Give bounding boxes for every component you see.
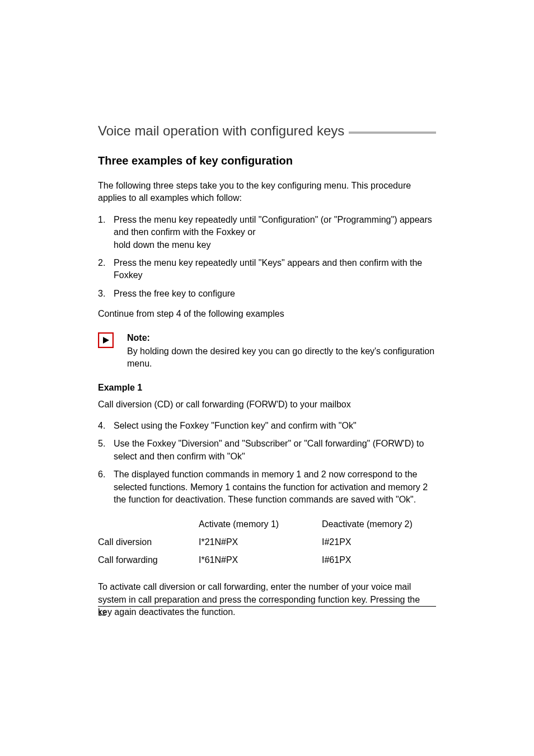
- step-number: 4.: [98, 420, 114, 432]
- list-item: 1. Press the menu key repeatedly until "…: [98, 214, 436, 251]
- step-number: 2.: [98, 257, 114, 282]
- commands-table: Activate (memory 1) Deactivate (memory 2…: [98, 519, 436, 565]
- activate-code: I*21N#PX: [199, 537, 322, 547]
- list-item: 6. The displayed function commands in me…: [98, 468, 436, 506]
- page-footer: 12: [98, 606, 436, 617]
- deactivate-code: I#61PX: [322, 555, 436, 565]
- step-text: Use the Foxkey "Diversion" and "Subscrib…: [114, 438, 436, 463]
- note-arrow-icon: [98, 332, 114, 348]
- step-number: 1.: [98, 214, 114, 251]
- step-text: The displayed function commands in memor…: [114, 468, 436, 506]
- section-rule: [349, 132, 436, 134]
- example-label: Example 1: [98, 383, 436, 393]
- intro-steps-list: 1. Press the menu key repeatedly until "…: [98, 214, 436, 300]
- list-item: 3. Press the free key to configure: [98, 288, 436, 300]
- page: Voice mail operation with configured key…: [0, 0, 534, 756]
- list-item: 5. Use the Foxkey "Diversion" and "Subsc…: [98, 438, 436, 463]
- step-number: 5.: [98, 438, 114, 463]
- table-row: Call diversion I*21N#PX I#21PX: [98, 537, 436, 547]
- subheading: Three examples of key configuration: [98, 154, 436, 167]
- step-number: 6.: [98, 468, 114, 506]
- section-header: Voice mail operation with configured key…: [98, 123, 436, 139]
- section-title: Voice mail operation with configured key…: [98, 123, 344, 139]
- step-text: Select using the Foxkey "Function key" a…: [114, 420, 357, 432]
- example-description: Call diversion (CD) or call forwarding (…: [98, 398, 436, 411]
- step-text: Press the menu key repeatedly until "Con…: [114, 214, 436, 251]
- list-item: 2. Press the menu key repeatedly until "…: [98, 257, 436, 282]
- table-header-row: Activate (memory 1) Deactivate (memory 2…: [98, 519, 436, 529]
- step-text: Press the free key to configure: [114, 288, 235, 300]
- step-text: Press the menu key repeatedly until "Key…: [114, 257, 436, 282]
- list-item: 4. Select using the Foxkey "Function key…: [98, 420, 436, 432]
- table-row: Call forwarding I*61N#PX I#61PX: [98, 555, 436, 565]
- activate-code: I*61N#PX: [199, 555, 322, 565]
- page-number: 12: [98, 609, 106, 617]
- note-body: Note: By holding down the desired key yo…: [127, 332, 436, 370]
- table-cell: [98, 519, 199, 529]
- note-block: Note: By holding down the desired key yo…: [98, 332, 436, 370]
- deactivate-code: I#21PX: [322, 537, 436, 547]
- continue-paragraph: Continue from step 4 of the following ex…: [98, 308, 436, 320]
- example-steps-list: 4. Select using the Foxkey "Function key…: [98, 420, 436, 506]
- step-number: 3.: [98, 288, 114, 300]
- row-label: Call forwarding: [98, 555, 199, 565]
- note-label: Note:: [127, 332, 436, 344]
- row-label: Call diversion: [98, 537, 199, 547]
- intro-paragraph: The following three steps take you to th…: [98, 180, 436, 205]
- activate-header: Activate (memory 1): [199, 519, 322, 529]
- note-text: By holding down the desired key you can …: [127, 346, 434, 368]
- deactivate-header: Deactivate (memory 2): [322, 519, 436, 529]
